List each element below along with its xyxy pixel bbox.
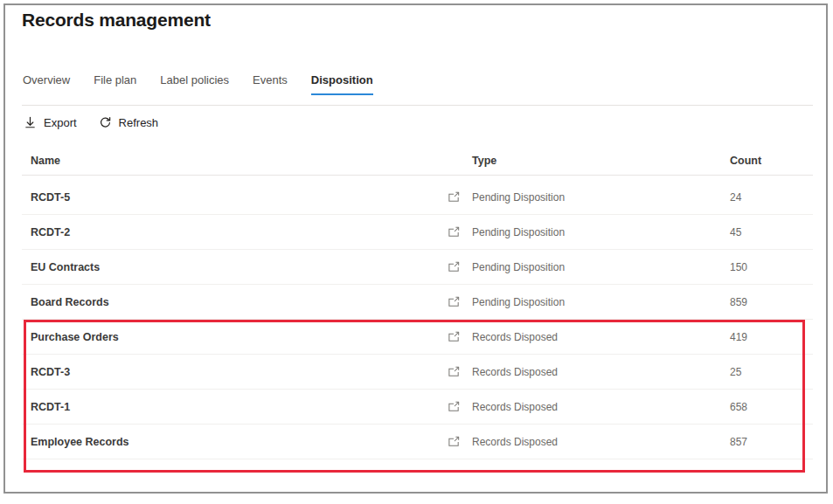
tab-overview[interactable]: Overview: [23, 73, 70, 95]
table-row[interactable]: Purchase Orders Records Disposed 419: [22, 320, 813, 355]
table-row[interactable]: Board Records Pending Disposition 859: [22, 285, 813, 320]
column-header-count[interactable]: Count: [730, 155, 813, 167]
table-header: Name Type Count: [22, 147, 813, 176]
tab-file-plan[interactable]: File plan: [94, 73, 136, 95]
table-row[interactable]: EU Contracts Pending Disposition 150: [22, 250, 813, 285]
row-count: 857: [730, 436, 813, 448]
page-title: Records management: [22, 10, 211, 31]
row-name[interactable]: RCDT-5: [22, 191, 448, 204]
open-in-new-window-icon[interactable]: [448, 365, 461, 378]
table-row[interactable]: RCDT-5 Pending Disposition 24: [22, 180, 813, 215]
refresh-button[interactable]: Refresh: [99, 116, 159, 129]
row-type: Records Disposed: [472, 331, 558, 343]
row-count: 45: [730, 226, 813, 238]
row-count: 25: [730, 366, 813, 378]
tab-label-policies[interactable]: Label policies: [160, 73, 229, 95]
table-row[interactable]: RCDT-3 Records Disposed 25: [22, 355, 813, 390]
open-in-new-window-icon[interactable]: [448, 225, 461, 238]
row-type: Pending Disposition: [472, 226, 565, 238]
row-type: Records Disposed: [472, 436, 558, 448]
row-type: Records Disposed: [472, 366, 558, 378]
pivot-tabs: Overview File plan Label policies Events…: [23, 73, 373, 95]
disposition-table: RCDT-5 Pending Disposition 24 RCDT-2 Pen…: [22, 180, 813, 459]
row-count: 859: [730, 296, 813, 308]
row-type: Pending Disposition: [472, 296, 565, 308]
open-in-new-window-icon[interactable]: [448, 330, 461, 343]
row-name[interactable]: EU Contracts: [22, 261, 448, 273]
row-name[interactable]: Board Records: [22, 296, 448, 308]
export-button-label: Export: [44, 116, 77, 129]
row-type: Records Disposed: [472, 401, 558, 413]
table-row[interactable]: Employee Records Records Disposed 857: [22, 425, 813, 459]
row-count: 150: [730, 261, 813, 273]
column-header-type[interactable]: Type: [448, 155, 730, 167]
row-name[interactable]: Employee Records: [22, 436, 448, 448]
row-type: Pending Disposition: [472, 261, 565, 273]
row-count: 419: [730, 331, 813, 343]
tab-events[interactable]: Events: [253, 73, 288, 95]
refresh-icon: [99, 116, 112, 129]
row-name[interactable]: Purchase Orders: [22, 331, 448, 343]
column-header-name[interactable]: Name: [22, 155, 448, 167]
table-row[interactable]: RCDT-1 Records Disposed 658: [22, 390, 813, 425]
row-type: Pending Disposition: [472, 191, 565, 204]
tabs-divider: [22, 105, 813, 106]
row-name[interactable]: RCDT-2: [22, 226, 448, 238]
open-in-new-window-icon[interactable]: [448, 260, 461, 273]
open-in-new-window-icon[interactable]: [448, 190, 461, 204]
download-icon: [24, 116, 37, 129]
open-in-new-window-icon[interactable]: [448, 295, 461, 308]
row-name[interactable]: RCDT-1: [22, 401, 448, 413]
open-in-new-window-icon[interactable]: [448, 435, 461, 448]
export-button[interactable]: Export: [24, 116, 77, 129]
table-row[interactable]: RCDT-2 Pending Disposition 45: [22, 215, 813, 250]
refresh-button-label: Refresh: [119, 116, 159, 129]
open-in-new-window-icon[interactable]: [448, 400, 461, 413]
row-name[interactable]: RCDT-3: [22, 366, 448, 378]
tab-disposition[interactable]: Disposition: [311, 73, 373, 95]
row-count: 658: [730, 401, 813, 413]
command-bar: Export Refresh: [24, 116, 158, 129]
row-count: 24: [730, 191, 813, 204]
